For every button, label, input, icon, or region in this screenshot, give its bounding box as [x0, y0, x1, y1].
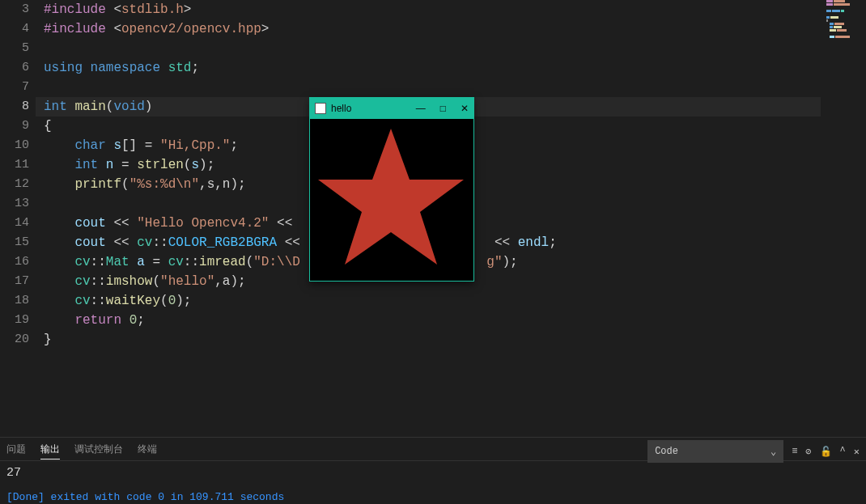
- line-number: 9: [0, 116, 36, 136]
- output-channel-select[interactable]: Code ⌄: [647, 440, 783, 463]
- line-number-gutter: 3 4 5 6 7 8 9 10 11 12 13 14 15 16 17 18…: [0, 0, 36, 437]
- line-number-active: 8: [0, 97, 36, 116]
- line-number: 12: [0, 175, 36, 194]
- line-number: 19: [0, 311, 36, 330]
- opencv-titlebar[interactable]: hello — □ ✕: [310, 98, 473, 119]
- code-line: }: [44, 330, 866, 349]
- lock-scroll-icon[interactable]: 🔓: [820, 446, 832, 458]
- opencv-image: [310, 119, 472, 281]
- output-body[interactable]: 27 [Done] exited with code 0 in 109.711 …: [0, 461, 866, 504]
- code-line: using namespace std;: [44, 58, 866, 78]
- tab-debug-console[interactable]: 调试控制台: [74, 443, 123, 456]
- bottom-panel: 问题 输出 调试控制台 终端 Code ⌄ ≡ ⊘ 🔓 ^ ✕ 27 [Done…: [0, 437, 866, 504]
- close-panel-icon[interactable]: ✕: [854, 446, 860, 458]
- chevron-up-icon[interactable]: ^: [840, 446, 846, 457]
- tab-terminal[interactable]: 终端: [138, 443, 157, 456]
- line-number: 15: [0, 233, 36, 252]
- line-number: 18: [0, 291, 36, 311]
- line-number: 17: [0, 272, 36, 291]
- output-line: 27: [6, 466, 860, 480]
- line-number: 4: [0, 19, 36, 39]
- code-line: return 0;: [44, 311, 866, 330]
- panel-toolbar: Code ⌄ ≡ ⊘ 🔓 ^ ✕: [647, 440, 860, 463]
- list-icon[interactable]: ≡: [792, 446, 797, 457]
- maximize-button[interactable]: □: [440, 103, 446, 114]
- opencv-window-title: hello: [331, 103, 351, 114]
- line-number: 11: [0, 155, 36, 175]
- opencv-window[interactable]: hello — □ ✕: [309, 97, 474, 282]
- clear-output-icon[interactable]: ⊘: [805, 446, 811, 458]
- line-number: 14: [0, 214, 36, 233]
- tab-problems[interactable]: 问题: [6, 443, 26, 456]
- line-number: 13: [0, 194, 36, 214]
- chevron-down-icon: ⌄: [770, 446, 776, 458]
- line-number: 10: [0, 136, 36, 155]
- star-image: [310, 119, 472, 281]
- code-line: #include <stdlib.h>: [44, 0, 866, 19]
- output-channel-value: Code: [655, 446, 678, 457]
- line-number: 20: [0, 330, 36, 349]
- panel-tabs: 问题 输出 调试控制台 终端 Code ⌄ ≡ ⊘ 🔓 ^ ✕: [0, 438, 866, 461]
- code-line: #include <opencv2/opencv.hpp>: [44, 19, 866, 39]
- minimize-button[interactable]: —: [416, 103, 426, 114]
- minimap[interactable]: [824, 0, 866, 39]
- output-done-line: [Done] exited with code 0 in 109.711 sec…: [6, 491, 860, 503]
- line-number: 7: [0, 78, 36, 97]
- code-line: cv::waitKey(0);: [44, 291, 866, 311]
- line-number: 16: [0, 252, 36, 272]
- tab-output[interactable]: 输出: [40, 443, 60, 460]
- code-line: [44, 78, 866, 97]
- code-line: [44, 39, 866, 58]
- line-number: 3: [0, 0, 36, 19]
- line-number: 5: [0, 39, 36, 58]
- app-icon: [315, 103, 326, 114]
- line-number: 6: [0, 58, 36, 78]
- close-button[interactable]: ✕: [461, 103, 469, 114]
